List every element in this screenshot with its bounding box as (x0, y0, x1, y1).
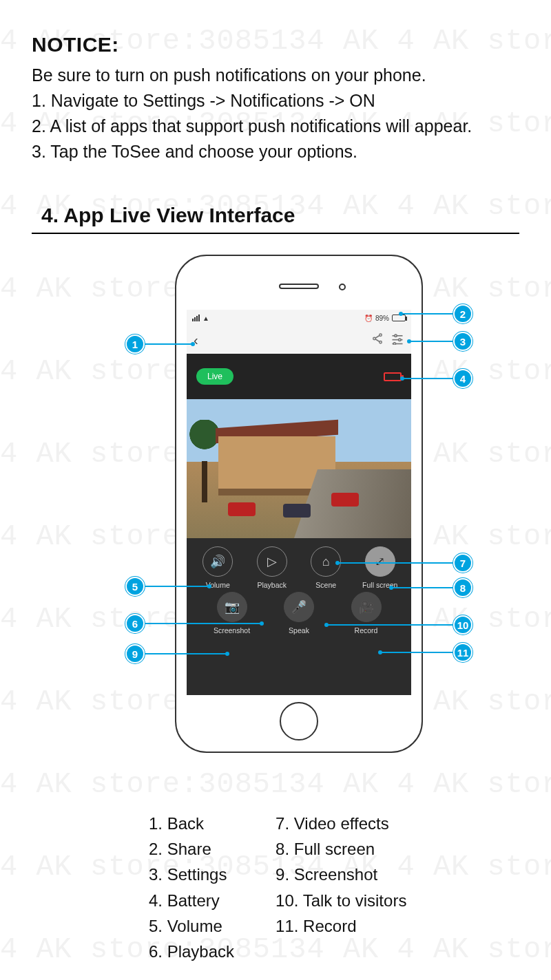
share-button[interactable] (371, 332, 384, 348)
callout-10: 10 (453, 615, 472, 635)
record-icon: 🎥 (351, 592, 382, 622)
notice-heading: NOTICE: (32, 33, 519, 56)
speak-icon: 🎤 (284, 592, 314, 622)
playback-icon: ▷ (257, 546, 287, 577)
battery-icon (392, 315, 406, 321)
live-bar: Live (187, 354, 411, 399)
callout-8: 8 (453, 578, 472, 597)
volume-icon: 🔊 (202, 546, 233, 577)
callout-7: 7 (453, 553, 472, 573)
fullscreen-button[interactable]: ⤢ Full screen (354, 546, 406, 589)
notice-step-2: 2. A list of apps that support push noti… (32, 114, 519, 138)
legend: 1. Back 2. Share 3. Settings 4. Battery … (32, 798, 519, 964)
live-video-feed[interactable] (187, 399, 411, 538)
notice-step-3: 3. Tap the ToSee and choose your options… (32, 140, 519, 164)
phone-screen: ▲ ⏰ 89% ‹ (187, 310, 411, 695)
callout-2: 2 (453, 304, 472, 323)
volume-button[interactable]: 🔊 Volume (191, 546, 244, 589)
notice-intro: Be sure to turn on push notifications on… (32, 63, 519, 87)
scene-button[interactable]: ⌂ Scene (300, 546, 352, 589)
svg-point-10 (393, 343, 395, 345)
back-button[interactable]: ‹ (194, 332, 198, 348)
phone-speaker (279, 284, 319, 289)
legend-col-left: 1. Back 2. Share 3. Settings 4. Battery … (149, 811, 234, 964)
legend-col-right: 7. Video effects 8. Full screen 9. Scree… (276, 811, 406, 964)
speak-button[interactable]: 🎤 Speak (273, 592, 325, 635)
device-battery-icon (384, 372, 402, 381)
svg-line-3 (375, 336, 380, 339)
callout-1: 1 (125, 334, 145, 354)
section-divider (32, 233, 519, 234)
fullscreen-icon: ⤢ (365, 546, 395, 577)
status-bar: ▲ ⏰ 89% (187, 310, 411, 326)
callout-6: 6 (125, 614, 145, 633)
svg-point-8 (399, 339, 401, 341)
callout-3: 3 (453, 332, 472, 351)
svg-point-6 (395, 334, 397, 337)
home-button[interactable] (280, 702, 318, 741)
callout-11: 11 (453, 643, 472, 662)
phone-diagram: ▲ ⏰ 89% ‹ (32, 255, 519, 798)
page: 4 AK store:3085134 AK 4 AK store:3085134… (0, 0, 551, 980)
section-title: 4. App Live View Interface (41, 204, 519, 227)
playback-button[interactable]: ▷ Playback (246, 546, 298, 589)
callout-9: 9 (125, 644, 145, 663)
wifi-icon: ▲ (202, 315, 209, 322)
phone-front-camera (339, 284, 346, 290)
live-badge: Live (196, 368, 233, 385)
controls-panel: 🔊 Volume ▷ Playback ⌂ Scene (187, 538, 411, 643)
phone-frame: ▲ ⏰ 89% ‹ (175, 255, 423, 753)
screenshot-icon: 📷 (217, 592, 247, 622)
svg-point-2 (380, 341, 382, 343)
svg-point-0 (373, 337, 375, 339)
scene-icon: ⌂ (311, 546, 341, 577)
notice-step-1: 1. Navigate to Settings -> Notifications… (32, 89, 519, 113)
signal-icon (192, 315, 200, 321)
settings-button[interactable] (391, 332, 404, 348)
screenshot-button[interactable]: 📷 Screenshot (206, 592, 258, 635)
battery-percent: 89% (375, 315, 389, 322)
app-nav-bar: ‹ (187, 326, 411, 354)
notice-body: Be sure to turn on push notifications on… (32, 63, 519, 164)
callout-5: 5 (125, 577, 145, 596)
record-button[interactable]: 🎥 Record (340, 592, 393, 635)
callout-4: 4 (453, 369, 472, 388)
svg-line-4 (375, 339, 380, 342)
svg-point-1 (380, 334, 382, 336)
alarm-icon: ⏰ (364, 315, 373, 322)
